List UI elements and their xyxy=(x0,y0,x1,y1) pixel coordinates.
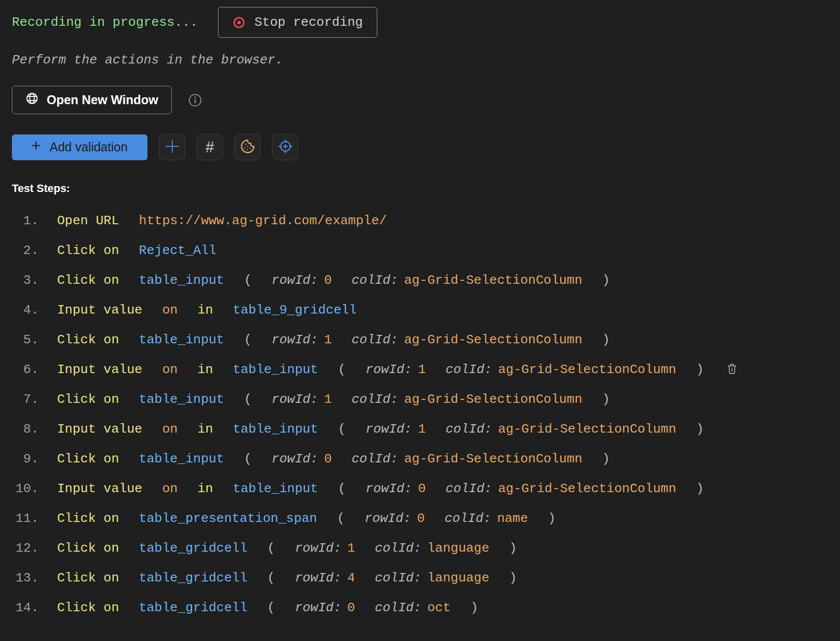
step-token-action: Input value xyxy=(57,422,142,437)
test-step-row[interactable]: 9.Click ontable_input(rowId:0colId:ag-Gr… xyxy=(12,444,828,474)
step-token-value: language xyxy=(427,541,490,556)
test-steps-heading: Test Steps: xyxy=(12,182,828,195)
cookie-icon xyxy=(240,139,255,156)
step-number: 3. xyxy=(12,273,39,288)
test-step-row[interactable]: 7.Click ontable_input(rowId:1colId:ag-Gr… xyxy=(12,385,828,414)
add-validation-button[interactable]: Add validation xyxy=(12,134,147,160)
step-token-param: colId: xyxy=(375,571,421,585)
step-toolbar: Add validation # xyxy=(12,134,828,160)
step-token-param: colId: xyxy=(375,541,421,556)
step-token-value: ag-Grid-SelectionColumn xyxy=(498,481,676,496)
test-step-row[interactable]: 3.Click ontable_input(rowId:0colId:ag-Gr… xyxy=(12,265,828,295)
test-step-row[interactable]: 13.Click ontable_gridcell(rowId:4colId:l… xyxy=(12,563,828,593)
step-token-paren: ) xyxy=(548,511,556,526)
step-token-value: on xyxy=(162,303,178,318)
step-token-value: ag-Grid-SelectionColumn xyxy=(498,362,676,377)
step-token-param: colId: xyxy=(375,600,421,615)
step-token-param: rowId: xyxy=(272,332,318,347)
test-step-row[interactable]: 11.Click ontable_presentation_span(rowId… xyxy=(12,504,828,533)
step-token-param: rowId: xyxy=(364,511,411,526)
step-token-value: on xyxy=(162,362,178,377)
step-token-value: https://www.ag-grid.com/example/ xyxy=(139,213,387,228)
step-token-paren: ) xyxy=(696,362,704,377)
recording-status-text: Recording in progress... xyxy=(12,15,198,30)
test-step-row[interactable]: 12.Click ontable_gridcell(rowId:1colId:l… xyxy=(12,533,828,563)
test-step-row[interactable]: 14.Click ontable_gridcell(rowId:0colId:o… xyxy=(12,593,828,623)
step-token-action: in xyxy=(198,303,213,318)
step-token-param: colId: xyxy=(351,451,398,466)
step-number: 11. xyxy=(12,511,39,526)
delete-step-button[interactable] xyxy=(726,363,738,377)
add-validation-label: Add validation xyxy=(50,140,128,154)
step-token-value: 0 xyxy=(418,481,426,496)
step-token-param: colId: xyxy=(351,392,398,407)
add-step-button[interactable] xyxy=(159,134,185,160)
step-token-value: name xyxy=(497,511,528,526)
step-token-target: table_gridcell xyxy=(139,600,247,615)
open-new-window-button[interactable]: Open New Window xyxy=(12,86,172,114)
step-number: 5. xyxy=(12,332,39,347)
step-token-action: Open URL xyxy=(57,213,119,228)
step-token-paren: ( xyxy=(337,511,345,526)
step-token-value: 4 xyxy=(348,571,355,585)
step-token-action: Click on xyxy=(57,600,119,615)
test-step-row[interactable]: 10.Input valueonintable_input(rowId:0col… xyxy=(12,474,828,504)
step-token-param: colId: xyxy=(446,422,492,437)
step-token-paren: ) xyxy=(602,392,610,407)
step-token-value: 1 xyxy=(324,332,332,347)
step-number: 7. xyxy=(12,392,39,407)
step-token-paren: ( xyxy=(267,600,275,615)
step-token-paren: ) xyxy=(471,600,479,615)
step-token-paren: ( xyxy=(267,541,275,556)
test-step-row[interactable]: 4.Input valueonintable_9_gridcell xyxy=(12,295,828,325)
step-token-value: 1 xyxy=(348,541,355,556)
step-token-target: table_input xyxy=(233,481,318,496)
step-token-value: 0 xyxy=(324,273,332,288)
open-new-window-label: Open New Window xyxy=(47,93,158,107)
target-button[interactable] xyxy=(272,134,298,160)
step-number: 1. xyxy=(12,213,39,228)
step-token-value: oct xyxy=(427,600,451,615)
step-token-target: table_input xyxy=(139,451,224,466)
recorder-panel: Recording in progress... Stop recording … xyxy=(12,7,828,623)
plus-icon xyxy=(30,139,42,155)
record-icon xyxy=(232,16,246,29)
step-token-param: rowId: xyxy=(365,362,412,377)
step-token-param: colId: xyxy=(445,511,491,526)
step-token-value: 1 xyxy=(418,362,426,377)
step-token-param: colId: xyxy=(351,273,398,288)
step-token-action: Input value xyxy=(57,481,142,496)
test-step-row[interactable]: 2.Click onReject_All xyxy=(12,236,828,265)
test-step-row[interactable]: 1.Open URLhttps://www.ag-grid.com/exampl… xyxy=(12,206,828,236)
step-token-target: table_input xyxy=(139,273,224,288)
step-token-paren: ( xyxy=(338,422,346,437)
info-icon[interactable] xyxy=(188,93,202,107)
step-token-paren: ) xyxy=(696,481,704,496)
test-step-row[interactable]: 8.Input valueonintable_input(rowId:1colI… xyxy=(12,414,828,444)
step-token-paren: ) xyxy=(602,451,610,466)
test-step-row[interactable]: 6.Input valueonintable_input(rowId:1colI… xyxy=(12,355,828,385)
step-token-paren: ( xyxy=(267,571,275,585)
step-token-target: table_input xyxy=(139,392,224,407)
plus-icon xyxy=(163,137,181,157)
step-token-action: in xyxy=(198,481,213,496)
step-token-target: table_gridcell xyxy=(139,571,247,585)
stop-recording-button[interactable]: Stop recording xyxy=(218,7,377,38)
step-token-paren: ( xyxy=(338,362,346,377)
step-token-target: table_9_gridcell xyxy=(233,303,357,318)
hash-button[interactable]: # xyxy=(197,134,223,160)
instruction-text: Perform the actions in the browser. xyxy=(12,53,828,67)
trash-icon xyxy=(726,363,738,377)
cookie-button[interactable] xyxy=(234,134,261,160)
step-number: 4. xyxy=(12,303,39,318)
step-token-param: rowId: xyxy=(272,273,318,288)
step-token-paren: ) xyxy=(602,332,610,347)
test-step-row[interactable]: 5.Click ontable_input(rowId:1colId:ag-Gr… xyxy=(12,325,828,355)
step-token-paren: ( xyxy=(244,392,252,407)
step-token-action: Input value xyxy=(57,303,142,318)
step-token-paren: ) xyxy=(509,571,517,585)
step-token-param: colId: xyxy=(351,332,398,347)
step-token-value: 0 xyxy=(348,600,355,615)
step-token-param: colId: xyxy=(446,481,492,496)
step-token-value: ag-Grid-SelectionColumn xyxy=(404,392,582,407)
